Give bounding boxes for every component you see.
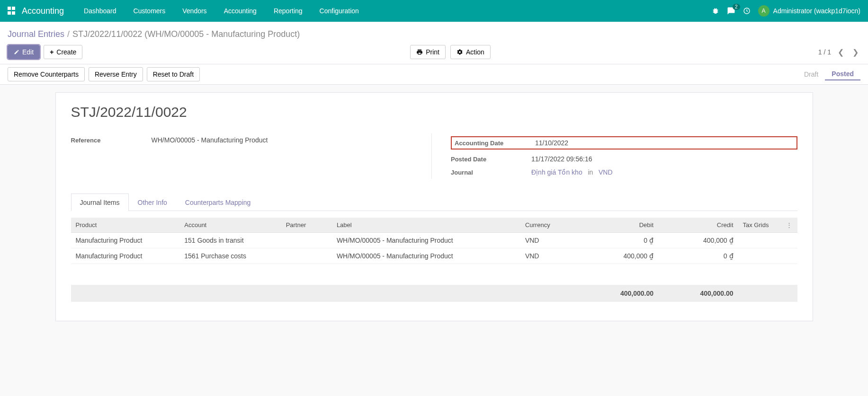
- apps-icon[interactable]: [8, 7, 16, 15]
- action-button-label: Action: [466, 48, 484, 56]
- cell-product: Manufacturing Product: [71, 248, 180, 264]
- table-footer-row: 400,000.00 400,000.00: [71, 285, 797, 302]
- cell-product: Manufacturing Product: [71, 233, 180, 248]
- journal-in: in: [588, 168, 593, 176]
- reset-draft-button[interactable]: Reset to Draft: [147, 67, 200, 81]
- journal-currency-link[interactable]: VND: [599, 168, 613, 176]
- cell-label: WH/MO/00005 - Manufacturing Product: [332, 233, 520, 248]
- total-debit: 400,000.00: [579, 285, 659, 302]
- th-tax-grids[interactable]: Tax Grids: [738, 218, 782, 233]
- print-icon: [416, 49, 423, 55]
- status-steps: Draft Posted: [797, 68, 860, 80]
- status-posted[interactable]: Posted: [825, 68, 860, 80]
- th-debit[interactable]: Debit: [579, 218, 659, 233]
- create-button-label: Create: [56, 48, 76, 56]
- cell-currency: VND: [520, 233, 579, 248]
- nav-accounting[interactable]: Accounting: [215, 0, 265, 22]
- systray: 2 A Administrator (wackp1d7iocn): [712, 5, 860, 17]
- cell-account: 151 Goods in transit: [179, 233, 281, 248]
- gear-icon: [456, 49, 463, 55]
- cell-debit: 0 ₫: [579, 233, 659, 248]
- user-menu[interactable]: A Administrator (wackp1d7iocn): [758, 5, 860, 17]
- breadcrumb-separator: /: [67, 29, 70, 39]
- nav-customers[interactable]: Customers: [125, 0, 174, 22]
- cell-label: WH/MO/00005 - Manufacturing Product: [332, 248, 520, 264]
- bug-icon[interactable]: [712, 7, 719, 15]
- cell-tax-grids: [738, 233, 782, 248]
- cell-tax-grids: [738, 248, 782, 264]
- record-title: STJ/2022/11/0022: [71, 104, 797, 120]
- edit-button-label: Edit: [22, 48, 34, 56]
- posted-date-value: 11/17/2022 09:56:16: [531, 155, 797, 163]
- th-currency[interactable]: Currency: [520, 218, 579, 233]
- table-header-row: Product Account Partner Label Currency D…: [71, 218, 797, 233]
- avatar: A: [758, 5, 770, 17]
- cell-currency: VND: [520, 248, 579, 264]
- print-button-label: Print: [426, 48, 439, 56]
- cell-partner: [281, 248, 332, 264]
- nav-vendors[interactable]: Vendors: [174, 0, 215, 22]
- table-row[interactable]: Manufacturing Product 151 Goods in trans…: [71, 233, 797, 248]
- breadcrumb-current: STJ/2022/11/0022 (WH/MO/00005 - Manufact…: [72, 29, 300, 39]
- accounting-date-label: Accounting Date: [455, 140, 535, 147]
- pager-next-icon[interactable]: ❯: [850, 46, 860, 59]
- pager-prev-icon[interactable]: ❮: [836, 46, 846, 59]
- cell-debit: 400,000 ₫: [579, 248, 659, 264]
- cell-credit: 400,000 ₫: [658, 233, 738, 248]
- accounting-date-value: 11/10/2022: [535, 139, 794, 147]
- journal-items-table: Product Account Partner Label Currency D…: [71, 218, 797, 302]
- th-product[interactable]: Product: [71, 218, 180, 233]
- reference-value: WH/MO/00005 - Manufacturing Product: [152, 136, 418, 144]
- nav-dashboard[interactable]: Dashboard: [75, 0, 125, 22]
- th-credit[interactable]: Credit: [658, 218, 738, 233]
- breadcrumb-root[interactable]: Journal Entries: [8, 29, 64, 39]
- cell-partner: [281, 233, 332, 248]
- cell-credit: 0 ₫: [658, 248, 738, 264]
- tab-counterparts[interactable]: Counterparts Mapping: [176, 194, 260, 211]
- posted-date-label: Posted Date: [451, 156, 531, 163]
- pager-value[interactable]: 1 / 1: [818, 48, 831, 56]
- edit-button[interactable]: Edit: [8, 45, 40, 59]
- journal-label: Journal: [451, 169, 531, 176]
- tabs: Journal Items Other Info Counterparts Ma…: [71, 193, 797, 211]
- column-options-icon[interactable]: ⋮: [781, 218, 797, 233]
- control-panel: Journal Entries / STJ/2022/11/0022 (WH/M…: [0, 22, 868, 64]
- status-bar: Remove Counterparts Reverse Entry Reset …: [0, 64, 868, 85]
- nav-configuration[interactable]: Configuration: [311, 0, 367, 22]
- reference-label: Reference: [71, 137, 152, 144]
- status-draft[interactable]: Draft: [797, 69, 825, 80]
- th-label[interactable]: Label: [332, 218, 520, 233]
- nav-menu: Dashboard Customers Vendors Accounting R…: [75, 0, 367, 22]
- table-row[interactable]: Manufacturing Product 1561 Purchase cost…: [71, 248, 797, 264]
- th-partner[interactable]: Partner: [281, 218, 332, 233]
- remove-counterparts-button[interactable]: Remove Counterparts: [8, 67, 85, 81]
- tab-other-info[interactable]: Other Info: [129, 194, 176, 211]
- total-credit: 400,000.00: [658, 285, 738, 302]
- pencil-icon: [14, 49, 19, 55]
- topbar: Accounting Dashboard Customers Vendors A…: [0, 0, 868, 22]
- breadcrumb: Journal Entries / STJ/2022/11/0022 (WH/M…: [8, 26, 860, 45]
- user-name: Administrator (wackp1d7iocn): [773, 7, 860, 15]
- tab-journal-items[interactable]: Journal Items: [71, 194, 129, 211]
- plus-icon: +: [50, 48, 54, 56]
- cell-account: 1561 Purchase costs: [179, 248, 281, 264]
- messages-icon[interactable]: 2: [727, 7, 735, 15]
- form-sheet: STJ/2022/11/0022 Reference WH/MO/00005 -…: [55, 92, 813, 321]
- nav-reporting[interactable]: Reporting: [265, 0, 311, 22]
- create-button[interactable]: + Create: [44, 45, 82, 59]
- journal-link[interactable]: Định giá Tồn kho: [531, 168, 582, 176]
- activity-icon[interactable]: [743, 7, 751, 15]
- brand-label[interactable]: Accounting: [22, 6, 64, 16]
- reverse-entry-button[interactable]: Reverse Entry: [89, 67, 143, 81]
- print-button[interactable]: Print: [410, 45, 446, 59]
- accounting-date-highlight: Accounting Date 11/10/2022: [451, 136, 797, 150]
- messages-badge: 2: [733, 4, 740, 10]
- action-button[interactable]: Action: [450, 45, 491, 59]
- main-buttons: Edit + Create: [8, 45, 82, 59]
- journal-value: Định giá Tồn kho in VND: [531, 168, 797, 176]
- th-account[interactable]: Account: [179, 218, 281, 233]
- pager: 1 / 1 ❮ ❯: [818, 46, 860, 59]
